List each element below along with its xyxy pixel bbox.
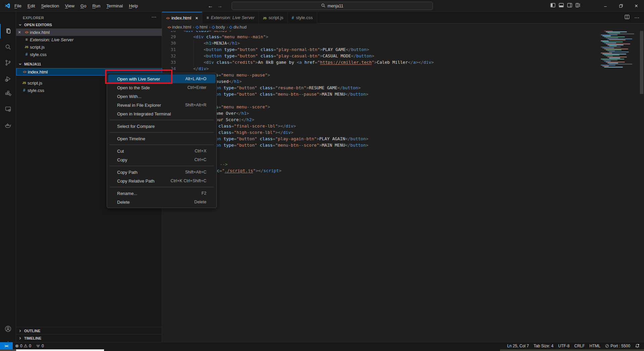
minimize-button[interactable]: – [598,0,613,12]
open-editor-extension-live-server[interactable]: ≡Extension: Live Server [16,36,162,43]
problems-indicator[interactable]: ⊗ 0 ⚠ 0 [13,342,34,350]
activity-account-icon[interactable] [0,321,16,336]
menu-item-reveal-in-file-explorer[interactable]: Reveal in File ExplorerShift+Alt+R [108,101,215,109]
status-eol[interactable]: CRLF [572,342,587,350]
breadcrumb-item-div-hud[interactable]: div.hud [230,25,246,30]
layout-controls [550,0,581,12]
code-fragment-1: aused</h1> [216,78,242,85]
menu-item-open-with-[interactable]: Open With... [108,92,215,101]
code-fragment-2: on type="button" class="resume-btn">RESU… [216,85,361,91]
css-file-icon: # [21,88,28,93]
status-live-server-port[interactable]: Port : 5500 [603,342,633,350]
menu-item-select-for-compare[interactable]: Select for Compare [108,122,215,131]
menubar-item-go[interactable]: Go [78,2,89,10]
menubar-item-terminal[interactable]: Terminal [103,2,126,10]
broadcast-icon [36,343,40,349]
menu-item-open-in-integrated-terminal[interactable]: Open in Integrated Terminal [108,109,215,118]
preview-icon: ≡ [23,37,30,42]
symbol-icon [195,26,199,29]
activity-source-control-icon[interactable] [0,55,16,70]
file-label: style.css [30,52,47,57]
nav-forward-button[interactable]: → [215,0,224,12]
code-area[interactable]: 28<div class="menus">29 <div class="menu… [162,12,644,342]
line-number: 31 [162,46,176,53]
line-content: <div class="credits">An 8kB game by <a h… [183,59,434,65]
broadcast-indicator[interactable]: 0 [34,342,46,350]
menu-item-cut[interactable]: CutCtrl+X [108,147,215,155]
activity-run-and-debug-icon[interactable] [0,71,16,86]
toggle-sidebar-icon[interactable] [550,3,555,9]
remote-indicator[interactable]: >< [0,342,13,350]
breadcrumb-item-html[interactable]: html [196,25,208,30]
menu-item-copy-path[interactable]: Copy PathShift+Alt+C [108,168,215,177]
code-fragment-8: class="high-score-lbl"></div> [216,129,293,136]
menu-separator [110,187,214,187]
menu-item-copy[interactable]: CopyCtrl+C [108,155,215,164]
shortcut-label: Delete [194,200,206,204]
open-editor-script-js[interactable]: JSscript.js [16,43,162,51]
activity-search-icon[interactable] [0,40,16,54]
vscode-logo-icon [4,3,10,10]
menubar-item-view[interactable]: View [62,2,78,10]
menubar-item-help[interactable]: Help [126,2,141,10]
breadcrumb-item-body[interactable]: body [212,25,225,30]
customize-layout-icon[interactable] [576,3,581,9]
section-folder-menja11[interactable]: MENJA11 [16,60,162,68]
activity-docker-icon[interactable] [0,118,16,133]
menubar-item-edit[interactable]: Edit [24,2,38,10]
code-fragment-10: on type="button" class="menu-btn--score"… [216,142,368,148]
menubar-item-run[interactable]: Run [89,2,103,10]
status-language-mode[interactable]: HTML [587,342,603,350]
shortcut-label: Ctrl+X [195,149,206,153]
activity-explorer-icon[interactable] [0,24,16,39]
open-editor-style-css[interactable]: #style.css [16,51,162,58]
code-line-31: 31 <button type="button" class="play-nor… [162,46,644,53]
menu-bar: FileEditSelectionViewGoRunTerminalHelp [11,0,141,12]
status-encoding[interactable]: UTF-8 [556,342,572,350]
menubar-item-file[interactable]: File [11,2,24,10]
file-label: script.js [30,45,45,50]
section-timeline[interactable]: TIMELINE [16,334,162,342]
menu-item-delete[interactable]: DeleteDelete [108,198,215,206]
shortcut-label: Ctrl+C [194,157,206,162]
close-editor-icon[interactable]: × [16,30,23,35]
shortcut-label: F2 [201,191,206,196]
title-bar: FileEditSelectionViewGoRunTerminalHelp ←… [0,0,644,12]
code-fragment-12: c="./script.js"></script> [217,167,282,174]
menu-item-open-to-the-side[interactable]: Open to the SideCtrl+Enter [108,83,215,92]
status-indentation[interactable]: Tab Size: 4 [531,342,556,350]
menu-item-open-timeline[interactable]: Open Timeline [108,134,215,143]
code-fragment-0: s="menu menu--pause"> [216,72,270,78]
status-bar-right: Ln 25, Col 7Tab Size: 4UTF-8CRLFHTMLPort… [505,342,644,350]
notifications-bell-icon[interactable] [633,342,642,350]
editor-group: <>index.html×≡Extension: Live ServerJSsc… [162,12,644,342]
nav-back-button[interactable]: ← [206,0,215,12]
activity-remote-explorer-icon[interactable] [0,102,16,116]
open-editor-index-html[interactable]: ×<>index.html [16,29,162,36]
toggle-secondary-sidebar-icon[interactable] [567,3,572,9]
error-count: 0 [20,344,22,348]
symbol-icon [212,26,215,29]
status-cursor-position[interactable]: Ln 25, Col 7 [505,342,531,350]
code-line-34: 34 </div> [162,65,644,72]
command-center-search[interactable]: menja11 [232,2,433,10]
js-file-icon: JS [21,81,28,85]
html-file-icon: <> [23,31,30,34]
breadcrumb-separator-icon: › [209,25,210,30]
section-open-editors[interactable]: OPEN EDITORS [16,21,162,29]
restore-button[interactable] [613,0,629,12]
toggle-panel-icon[interactable] [559,3,564,9]
shortcut-label: Ctrl+Enter [187,85,206,90]
activity-extensions-icon[interactable] [0,86,16,101]
breadcrumb-item-index-html[interactable]: <>index.html [167,25,191,30]
html-file-icon: <> [167,26,171,29]
close-window-button[interactable]: × [629,0,644,12]
code-fragment-3: on type="button" class="menu-btn--pause"… [216,91,368,97]
menu-item-copy-relative-path[interactable]: Copy Relative PathCtrl+K Ctrl+Shift+C [108,177,215,185]
shortcut-label: Shift+Alt+C [185,170,206,174]
section-outline[interactable]: OUTLINE [16,327,162,334]
menubar-item-selection[interactable]: Selection [38,2,62,10]
menu-item-rename-[interactable]: Rename...F2 [108,189,215,198]
shortcut-label: Shift+Alt+R [185,103,206,107]
code-fragment-4: s="menu menu--score"> [216,104,270,110]
